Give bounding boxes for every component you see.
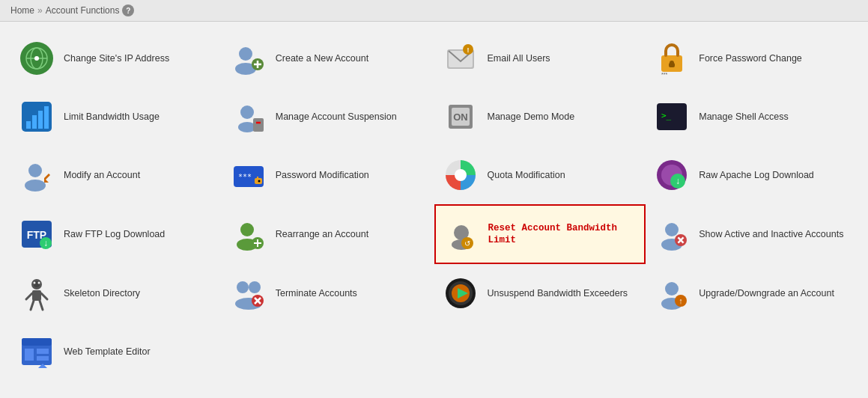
svg-rect-88 bbox=[25, 349, 34, 361]
svg-text:ON: ON bbox=[453, 111, 468, 123]
function-label-terminate-accounts: Terminate Accounts bbox=[276, 287, 357, 299]
function-item-create-account[interactable]: Create a New Account bbox=[222, 29, 434, 88]
function-label-change-ip: Change Site's IP Address bbox=[64, 52, 169, 64]
svg-text:>_: >_ bbox=[661, 111, 672, 120]
function-item-skeleton-dir[interactable]: Skeleton Directory bbox=[10, 264, 222, 322]
svg-point-5 bbox=[239, 47, 252, 61]
breadcrumb-current: Account Functions bbox=[46, 5, 120, 16]
shell-icon: >_ bbox=[654, 99, 690, 135]
function-label-create-account: Create a New Account bbox=[276, 52, 368, 64]
svg-point-58 bbox=[665, 223, 679, 236]
ftp-icon: FTP↓ bbox=[19, 216, 55, 252]
svg-line-69 bbox=[40, 301, 43, 310]
svg-rect-22 bbox=[44, 106, 49, 129]
password-icon: *** bbox=[231, 157, 267, 193]
rearrange-icon bbox=[231, 216, 267, 252]
function-item-modify-account[interactable]: Modify an Account bbox=[10, 146, 222, 204]
svg-rect-25 bbox=[253, 118, 264, 132]
demo-icon: ON bbox=[443, 99, 479, 135]
show-accounts-icon bbox=[654, 216, 690, 252]
function-item-password-mod[interactable]: ***Password Modification bbox=[222, 146, 434, 204]
svg-point-38 bbox=[258, 180, 260, 183]
svg-rect-21 bbox=[38, 111, 43, 129]
function-label-rearrange-account: Rearrange an Account bbox=[276, 228, 368, 240]
create-account-icon bbox=[231, 40, 267, 76]
functions-grid: Change Site's IP AddressCreate a New Acc… bbox=[10, 29, 858, 381]
svg-point-82 bbox=[665, 282, 679, 296]
svg-point-40 bbox=[455, 169, 467, 181]
skeleton-icon bbox=[19, 275, 55, 311]
breadcrumb-sep: » bbox=[37, 5, 43, 16]
svg-rect-19 bbox=[26, 121, 31, 129]
function-item-show-accounts[interactable]: Show Active and Inactive Accounts bbox=[646, 204, 858, 264]
function-label-email-users: Email All Users bbox=[488, 52, 550, 64]
function-item-manage-suspension[interactable]: Manage Account Suspension bbox=[222, 88, 434, 146]
terminate-icon bbox=[231, 275, 267, 311]
reset-bw-icon: ↺ bbox=[443, 216, 479, 252]
svg-point-4 bbox=[34, 56, 39, 61]
svg-line-67 bbox=[41, 293, 47, 299]
breadcrumb-home[interactable]: Home bbox=[10, 5, 34, 16]
svg-point-72 bbox=[237, 281, 249, 293]
svg-line-68 bbox=[31, 301, 34, 310]
svg-text:***: *** bbox=[238, 173, 252, 181]
svg-text:↺: ↺ bbox=[464, 239, 470, 248]
force-password-icon: *** bbox=[654, 40, 690, 76]
bandwidth-icon bbox=[19, 99, 55, 135]
svg-rect-89 bbox=[37, 349, 49, 354]
svg-line-66 bbox=[26, 293, 32, 299]
svg-text:!: ! bbox=[467, 46, 469, 54]
svg-rect-90 bbox=[37, 356, 49, 361]
function-item-manage-demo[interactable]: ONManage Demo Mode bbox=[434, 88, 646, 146]
apache-icon: ↓ bbox=[654, 157, 690, 193]
function-item-unsuspend-bw[interactable]: Unsuspend Bandwidth Exceeders bbox=[434, 264, 646, 322]
svg-text:↑: ↑ bbox=[679, 296, 684, 305]
function-item-raw-ftp[interactable]: FTP↓Raw FTP Log Download bbox=[10, 204, 222, 264]
function-label-raw-ftp: Raw FTP Log Download bbox=[64, 228, 165, 240]
function-item-terminate-accounts[interactable]: Terminate Accounts bbox=[222, 264, 434, 322]
function-item-force-password[interactable]: ***Force Password Change bbox=[646, 29, 858, 88]
function-label-manage-demo: Manage Demo Mode bbox=[488, 111, 575, 123]
function-label-quota-mod: Quota Modification bbox=[488, 169, 565, 181]
ip-icon bbox=[19, 40, 55, 76]
svg-text:***: *** bbox=[661, 72, 667, 77]
function-item-web-template[interactable]: Web Template Editor bbox=[10, 322, 222, 381]
svg-point-32 bbox=[28, 164, 42, 177]
function-label-force-password: Force Password Change bbox=[699, 52, 802, 64]
function-label-manage-suspension: Manage Account Suspension bbox=[276, 111, 397, 123]
svg-text:↓: ↓ bbox=[43, 238, 48, 248]
upgrade-icon: ↑ bbox=[654, 275, 690, 311]
function-label-upgrade-downgrade: Upgrade/Downgrade an Account bbox=[699, 287, 834, 299]
function-label-show-accounts: Show Active and Inactive Accounts bbox=[699, 228, 843, 240]
function-label-limit-bandwidth: Limit Bandwidth Usage bbox=[64, 111, 160, 123]
function-item-rearrange-account[interactable]: Rearrange an Account bbox=[222, 204, 434, 264]
email-icon: ! bbox=[443, 40, 479, 76]
function-label-password-mod: Password Modification bbox=[276, 169, 369, 181]
function-item-email-users[interactable]: !Email All Users bbox=[434, 29, 646, 88]
function-item-raw-apache[interactable]: ↓Raw Apache Log Download bbox=[646, 146, 858, 204]
function-item-reset-bandwidth[interactable]: ↺Reset Account Bandwidth Limit bbox=[434, 204, 646, 264]
quota-icon bbox=[443, 157, 479, 193]
svg-point-33 bbox=[25, 180, 46, 192]
modify-icon bbox=[19, 157, 55, 193]
function-label-modify-account: Modify an Account bbox=[64, 169, 140, 181]
function-item-upgrade-downgrade[interactable]: ↑Upgrade/Downgrade an Account bbox=[646, 264, 858, 322]
function-label-reset-bandwidth: Reset Account Bandwidth Limit bbox=[488, 222, 637, 247]
function-item-manage-shell[interactable]: >_Manage Shell Access bbox=[646, 88, 858, 146]
web-template-icon bbox=[19, 334, 55, 370]
svg-point-23 bbox=[240, 105, 254, 119]
suspension-icon bbox=[231, 99, 267, 135]
unsuspend-icon bbox=[443, 275, 479, 311]
svg-text:↓: ↓ bbox=[676, 176, 680, 186]
svg-point-16 bbox=[670, 61, 674, 65]
svg-point-49 bbox=[240, 223, 254, 236]
svg-rect-20 bbox=[32, 115, 37, 129]
content-area: Change Site's IP AddressCreate a New Acc… bbox=[0, 22, 868, 388]
svg-rect-65 bbox=[32, 290, 41, 301]
function-label-skeleton-dir: Skeleton Directory bbox=[64, 287, 140, 299]
function-item-quota-mod[interactable]: Quota Modification bbox=[434, 146, 646, 204]
function-item-change-ip[interactable]: Change Site's IP Address bbox=[10, 29, 222, 88]
function-item-limit-bandwidth[interactable]: Limit Bandwidth Usage bbox=[10, 88, 222, 146]
function-label-manage-shell: Manage Shell Access bbox=[699, 111, 789, 123]
help-icon[interactable]: ? bbox=[122, 4, 134, 16]
